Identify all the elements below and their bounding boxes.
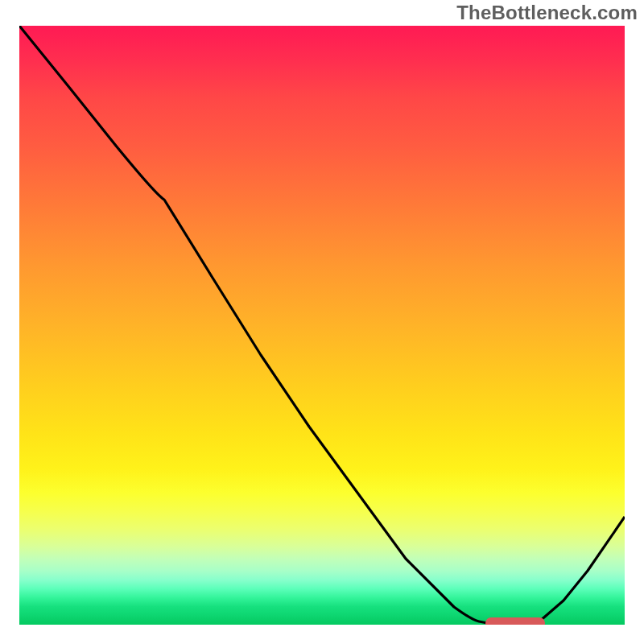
chart-svg [19, 26, 625, 625]
watermark-text: TheBottleneck.com [456, 2, 638, 24]
gradient-panel [19, 26, 625, 625]
chart-stage: TheBottleneck.com [0, 0, 644, 644]
bottleneck-curve [19, 26, 625, 625]
